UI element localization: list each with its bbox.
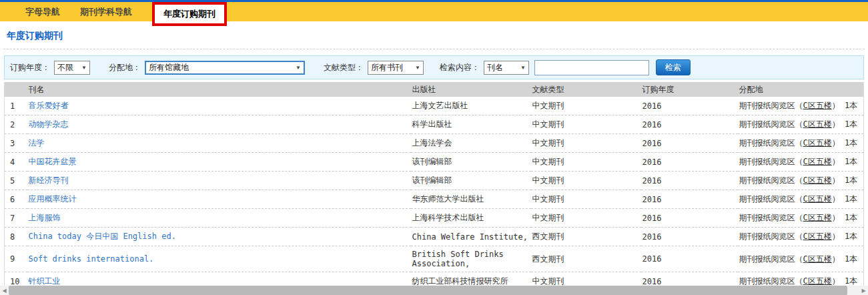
tab-annual-subscription[interactable]: 年度订购期刊 xyxy=(152,2,227,26)
location-area-link[interactable]: C区五楼 xyxy=(803,101,832,110)
journal-name-link[interactable]: 应用概率统计 xyxy=(29,194,77,204)
location-suffix: ） xyxy=(832,101,840,110)
location-select[interactable]: 所有馆藏地 ▼ xyxy=(145,61,305,75)
doc-type-cell: 中文期刊 xyxy=(531,172,641,190)
search-field-select[interactable]: 刊名 ▼ xyxy=(484,61,529,75)
location-copies: 1本 xyxy=(845,213,857,222)
row-number: 3 xyxy=(5,134,27,153)
order-year-selected: 不限 xyxy=(57,62,73,73)
location-suffix: ） xyxy=(832,254,840,264)
chevron-down-icon: ▼ xyxy=(81,65,87,71)
scroll-left-arrow-icon[interactable]: ◀ xyxy=(0,286,9,295)
location-copies: 1本 xyxy=(845,254,857,264)
table-row: 6 应用概率统计 华东师范大学出版社 中文期刊 2016 期刊报纸阅览区（C区五… xyxy=(5,190,864,209)
location-suffix: ） xyxy=(832,119,840,129)
table-row: 3 法学 上海法学会 中文期刊 2016 期刊报纸阅览区（C区五楼） 1本 xyxy=(5,134,864,153)
doc-type-cell: 中文期刊 xyxy=(531,134,641,153)
row-number: 6 xyxy=(5,190,27,209)
publisher-cell: 上海法学会 xyxy=(411,134,531,153)
order-year-cell: 2016 xyxy=(641,115,738,134)
order-year-cell: 2016 xyxy=(641,228,738,246)
journal-name-link[interactable]: 新经济导刊 xyxy=(29,176,69,185)
table-row: 8 China today 今日中国 English ed. China Wel… xyxy=(5,228,864,246)
journal-name-link[interactable]: 中国花卉盆景 xyxy=(29,157,77,166)
horizontal-scrollbar[interactable]: ◀ ▶ xyxy=(0,286,868,295)
header-number xyxy=(5,82,27,97)
location-suffix: ） xyxy=(832,194,840,204)
location-cell: 期刊报纸阅览区（C区五楼） 1本 xyxy=(738,246,864,272)
table-row: 7 上海服饰 上海科学技术出版社 中文期刊 2016 期刊报纸阅览区（C区五楼）… xyxy=(5,209,864,228)
doc-type-selected: 所有书刊 xyxy=(371,62,403,73)
filter-bar: 订购年度： 不限 ▼ 分配地： 所有馆藏地 ▼ 文献类型： 所有书刊 ▼ 检索内… xyxy=(4,55,864,79)
location-suffix: ） xyxy=(832,276,840,286)
location-area-link[interactable]: C区五楼 xyxy=(803,157,832,166)
location-selected: 所有馆藏地 xyxy=(149,62,189,73)
journal-name-link[interactable]: 法学 xyxy=(29,138,45,148)
location-area-link[interactable]: C区五楼 xyxy=(803,176,832,185)
location-area-link[interactable]: C区五楼 xyxy=(803,119,832,129)
location-area-link[interactable]: C区五楼 xyxy=(803,138,832,148)
row-number: 5 xyxy=(5,172,27,190)
search-field-label: 检索内容： xyxy=(440,62,480,73)
location-prefix: 期刊报纸阅览区（ xyxy=(739,157,803,166)
header-name: 刊名 xyxy=(27,82,411,97)
row-number: 4 xyxy=(5,153,27,172)
doc-type-cell: 中文期刊 xyxy=(531,97,641,115)
publisher-cell: China Welfare Institute, xyxy=(411,228,531,246)
location-cell: 期刊报纸阅览区（C区五楼） 1本 xyxy=(738,172,864,190)
header-year: 订购年度 xyxy=(641,82,738,97)
search-button[interactable]: 检索 xyxy=(656,59,691,75)
order-year-label: 订购年度： xyxy=(10,62,50,73)
location-cell: 期刊报纸阅览区（C区五楼） 1本 xyxy=(738,153,864,172)
location-area-link[interactable]: C区五楼 xyxy=(803,194,832,204)
location-copies: 1本 xyxy=(845,157,857,166)
journal-name-link[interactable]: 针织工业 xyxy=(29,276,61,286)
chevron-down-icon: ▼ xyxy=(520,65,526,71)
doc-type-cell: 中文期刊 xyxy=(531,153,641,172)
location-copies: 1本 xyxy=(845,232,857,241)
separator xyxy=(3,49,865,49)
scroll-right-arrow-icon[interactable]: ▶ xyxy=(859,286,868,295)
journal-name-link[interactable]: Soft drinks international. xyxy=(29,254,154,264)
location-cell: 期刊报纸阅览区（C区五楼） 1本 xyxy=(738,209,864,228)
tab-alphabet-nav[interactable]: 字母导航 xyxy=(25,6,60,18)
order-year-cell: 2016 xyxy=(641,190,738,209)
location-suffix: ） xyxy=(832,232,840,241)
order-year-select[interactable]: 不限 ▼ xyxy=(54,61,90,75)
location-copies: 1本 xyxy=(845,194,857,204)
doc-type-select[interactable]: 所有书刊 ▼ xyxy=(368,61,424,75)
order-year-cell: 2016 xyxy=(641,153,738,172)
location-prefix: 期刊报纸阅览区（ xyxy=(739,119,803,129)
publisher-cell: British Soft Drinks Association, xyxy=(411,246,531,272)
location-cell: 期刊报纸阅览区（C区五楼） 1本 xyxy=(738,190,864,209)
location-area-link[interactable]: C区五楼 xyxy=(803,254,832,264)
location-suffix: ） xyxy=(832,157,840,166)
search-input[interactable] xyxy=(534,60,649,75)
row-number: 2 xyxy=(5,115,27,134)
journal-name-link[interactable]: 动物学杂志 xyxy=(29,119,69,129)
doc-type-cell: 中文期刊 xyxy=(531,209,641,228)
publisher-cell: 该刊编辑部 xyxy=(411,153,531,172)
scrollbar-track[interactable] xyxy=(847,286,859,295)
table-row: 9 Soft drinks international. British Sof… xyxy=(5,246,864,272)
order-year-cell: 2016 xyxy=(641,172,738,190)
journal-table-body: 1 音乐爱好者 上海文艺出版社 中文期刊 2016 期刊报纸阅览区（C区五楼） … xyxy=(5,97,864,295)
tab-subject-nav[interactable]: 期刊学科导航 xyxy=(80,6,132,18)
location-prefix: 期刊报纸阅览区（ xyxy=(739,232,803,241)
journal-name-link[interactable]: 音乐爱好者 xyxy=(29,101,69,110)
journal-name-link[interactable]: 上海服饰 xyxy=(29,213,61,222)
row-number: 1 xyxy=(5,97,27,115)
location-copies: 1本 xyxy=(845,176,857,185)
page-title: 年度订购期刊 xyxy=(7,30,868,42)
doc-type-cell: 中文期刊 xyxy=(531,115,641,134)
journal-name-link[interactable]: China today 今日中国 English ed. xyxy=(29,232,176,241)
location-suffix: ） xyxy=(832,138,840,148)
location-area-link[interactable]: C区五楼 xyxy=(803,276,832,286)
location-cell: 期刊报纸阅览区（C区五楼） 1本 xyxy=(738,97,864,115)
scrollbar-thumb[interactable] xyxy=(9,286,847,295)
table-row: 5 新经济导刊 该刊编辑部 中文期刊 2016 期刊报纸阅览区（C区五楼） 1本 xyxy=(5,172,864,190)
header-publisher: 出版社 xyxy=(411,82,531,97)
chevron-down-icon: ▼ xyxy=(296,65,301,71)
location-area-link[interactable]: C区五楼 xyxy=(803,232,832,241)
location-area-link[interactable]: C区五楼 xyxy=(803,213,832,222)
